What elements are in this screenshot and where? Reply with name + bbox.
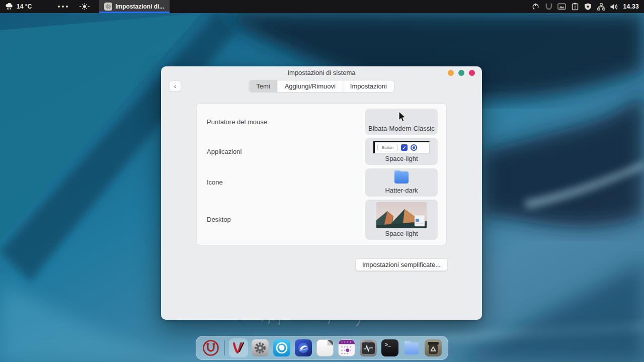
widget-preview: Button ✓: [373, 141, 430, 153]
row-label: Applicazioni: [207, 148, 242, 155]
application-theme-card[interactable]: Button ✓ Space-light: [365, 138, 438, 165]
system-monitor-icon: [360, 339, 377, 356]
close-button[interactable]: [469, 70, 475, 76]
ubuntu-update-icon[interactable]: [544, 3, 553, 11]
power-icon[interactable]: [531, 3, 540, 11]
row-applications: Applicazioni Button ✓ Space-light: [197, 138, 446, 165]
settings-icon: [252, 339, 269, 356]
minimize-button[interactable]: [448, 70, 454, 76]
dock-launcher[interactable]: [201, 338, 220, 357]
network-icon[interactable]: [597, 3, 605, 11]
window-controls: [448, 70, 475, 76]
sample-button: Button: [377, 144, 398, 151]
dock-trash[interactable]: [424, 338, 443, 357]
dock-mail[interactable]: [294, 338, 313, 357]
sample-radio: [411, 144, 417, 151]
cursor-arrow-icon: [396, 111, 407, 123]
row-mouse-pointer: Puntatore del mouse Bibata-Modern-Classi…: [197, 109, 446, 135]
gear-icon: [104, 3, 112, 11]
cursor-theme-card[interactable]: Bibata-Modern-Classic: [365, 109, 438, 135]
chevron-left-icon: ‹: [174, 82, 176, 90]
tab-temi[interactable]: Temi: [249, 80, 277, 92]
volume-icon[interactable]: [610, 3, 618, 11]
web-browser-icon: [273, 339, 290, 356]
icon-theme-card[interactable]: Hatter-dark: [365, 168, 438, 197]
mail-icon: [295, 339, 312, 356]
folder-icon: [391, 169, 412, 185]
row-label: Puntatore del mouse: [207, 118, 267, 126]
wallpaper-icon[interactable]: [557, 3, 566, 11]
desktop-theme-name: Space-light: [385, 230, 418, 237]
dock-calendar[interactable]: [337, 338, 356, 357]
dock-uget[interactable]: [229, 338, 248, 357]
row-label: Icone: [207, 178, 223, 186]
dock-file-manager[interactable]: [402, 338, 421, 357]
dock-separator: [224, 340, 225, 355]
trash-icon: [425, 339, 442, 356]
window-titlebar[interactable]: Impostazioni di sistema: [161, 66, 482, 79]
dock: >_: [196, 336, 448, 360]
application-theme-name: Space-light: [385, 155, 418, 162]
launcher-icon: [202, 339, 219, 356]
tab-aggiungi-rimuovi[interactable]: Aggiungi/Rimuovi: [278, 80, 343, 92]
icon-theme-name: Hatter-dark: [385, 187, 418, 194]
row-desktop: Desktop Space: [197, 200, 446, 240]
shield-icon[interactable]: [584, 3, 592, 11]
dock-text-editor[interactable]: [315, 338, 335, 357]
tab-bar: Temi Aggiungi/Rimuovi Impostazioni: [249, 80, 394, 93]
desktop-theme-card[interactable]: Space-light: [365, 200, 438, 240]
calendar-icon: [338, 339, 355, 356]
files-folder-icon: [403, 340, 420, 355]
settings-window: Impostazioni di sistema ‹ Temi Aggiungi/…: [161, 66, 482, 320]
maximize-button[interactable]: [458, 70, 464, 76]
svg-text:!: !: [575, 5, 576, 10]
taskbar-item-settings[interactable]: Impostazioni di...: [99, 0, 169, 13]
wallpaper-thumbnail: [376, 202, 427, 228]
dock-web-browser[interactable]: [272, 338, 291, 357]
window-title: Impostazioni di sistema: [287, 69, 355, 76]
system-tray: ! 14.33: [531, 3, 639, 11]
active-window-indicator: [99, 12, 169, 13]
document-icon: [316, 339, 334, 356]
dock-terminal[interactable]: >_: [380, 338, 399, 357]
simplified-settings-button[interactable]: Impostazioni semplificate...: [355, 258, 448, 271]
desktop: 14 °C: [0, 0, 644, 362]
dock-system-monitor[interactable]: [359, 338, 378, 357]
panel-overflow-menu[interactable]: [58, 6, 68, 8]
tab-impostazioni[interactable]: Impostazioni: [343, 80, 394, 92]
row-icons: Icone Hatter-dark: [197, 168, 446, 197]
uget-icon: [231, 340, 246, 355]
row-label: Desktop: [207, 216, 231, 223]
weather-rain-icon: [5, 3, 14, 11]
weather-temp: 14 °C: [17, 3, 32, 10]
back-button[interactable]: ‹: [169, 80, 181, 92]
taskbar-item-label: Impostazioni di...: [115, 3, 164, 10]
cursor-theme-name: Bibata-Modern-Classic: [368, 125, 435, 132]
top-panel: 14 °C: [0, 0, 644, 13]
updates-box-icon[interactable]: !: [571, 3, 579, 11]
terminal-icon: >_: [381, 339, 398, 356]
svg-text:>_: >_: [385, 342, 391, 348]
brightness-icon[interactable]: [79, 3, 90, 11]
dock-settings[interactable]: [251, 338, 270, 357]
sample-checkbox: ✓: [401, 144, 408, 151]
themes-panel: Puntatore del mouse Bibata-Modern-Classi…: [196, 103, 447, 245]
clock[interactable]: 14.33: [623, 3, 639, 10]
window-nav-row: ‹ Temi Aggiungi/Rimuovi Impostazioni: [161, 79, 482, 98]
weather-indicator[interactable]: 14 °C: [5, 3, 32, 11]
